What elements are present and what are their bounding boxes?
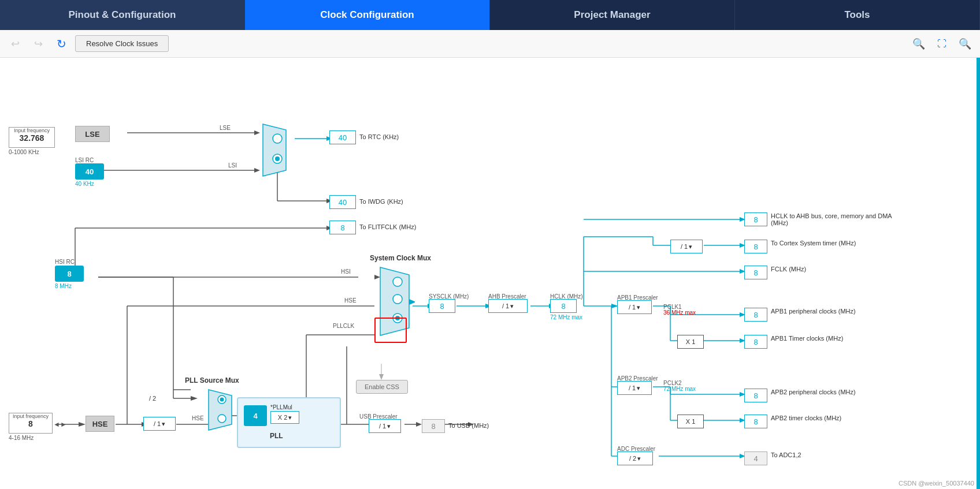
hse-range-label: 4-16 MHz xyxy=(9,435,34,441)
nav-pinout[interactable]: Pinout & Configuration xyxy=(0,0,245,30)
toolbar: ↩ ↪ ↻ Resolve Clock Issues 🔍 ⛶ 🔍 xyxy=(0,30,980,58)
hsi-unit-label: 8 MHz xyxy=(55,283,72,289)
apb1-prescaler-dropdown[interactable]: / 1 ▾ xyxy=(617,300,652,314)
svg-text:LSI: LSI xyxy=(228,162,237,169)
input-freq-hse: Input frequency 8 xyxy=(9,413,53,434)
svg-text:HSE: HSE xyxy=(192,415,204,421)
apb2-timer-x1[interactable]: X 1 xyxy=(677,415,704,428)
to-iwdg-value: 40 xyxy=(329,195,356,209)
svg-marker-88 xyxy=(379,374,384,380)
enable-css-button[interactable]: Enable CSS xyxy=(356,380,408,394)
svg-text:HSE: HSE xyxy=(344,297,357,304)
svg-marker-79 xyxy=(79,422,86,427)
svg-point-102 xyxy=(218,415,226,423)
pclk1-max-label: 36 MHz max xyxy=(663,309,696,316)
apb2-prescaler-dropdown[interactable]: / 1 ▾ xyxy=(617,381,652,395)
apb2-periph-label: APB2 peripheral clocks (MHz) xyxy=(771,389,856,395)
svg-point-90 xyxy=(273,134,282,143)
svg-point-95 xyxy=(393,294,402,304)
pll-box: 4 *PLLMul X 2 ▾ PLL xyxy=(237,397,341,448)
sysclk-value: 8 xyxy=(429,299,455,313)
lse-lsi-mux xyxy=(257,121,292,179)
hclk-value: 8 xyxy=(550,299,577,313)
apb1-timer-x1[interactable]: X 1 xyxy=(677,335,704,349)
adc-prescaler-dropdown[interactable]: / 2 ▾ xyxy=(617,451,653,465)
hsi-value-box[interactable]: 8 xyxy=(55,266,84,282)
right-accent-bar xyxy=(977,58,980,489)
cortex-value: 8 xyxy=(744,240,767,253)
fclk-label: FCLK (MHz) xyxy=(771,266,806,273)
input-freq-lse: Input frequency 32.768 xyxy=(9,127,55,148)
to-flitfclk-value: 8 xyxy=(329,221,356,234)
lse-box[interactable]: LSE xyxy=(75,126,110,142)
svg-marker-98 xyxy=(409,299,415,305)
redo-button[interactable]: ↪ xyxy=(29,35,47,53)
pll-mul-value[interactable]: 4 xyxy=(244,405,267,426)
zoom-in-button[interactable]: 🔍 xyxy=(910,35,928,53)
hse-box[interactable]: HSE xyxy=(86,416,114,432)
svg-marker-75 xyxy=(416,422,422,427)
hse-div-dropdown[interactable]: / 1 ▾ xyxy=(143,417,176,431)
apb1-periph-label: APB1 peripheral clocks (MHz) xyxy=(771,308,856,315)
main-diagram: LSE LSI HSI HSE PLLCLK xyxy=(0,58,980,489)
lsi-value-box[interactable]: 40 xyxy=(75,163,104,180)
apb1-periph-value: 8 xyxy=(744,308,767,322)
hclk-ahb-label: HCLK to AHB bus, core, memory and DMA (M… xyxy=(771,212,904,226)
pclk2-max-label: 72 MHz max xyxy=(663,386,696,392)
hsi-rc-label: HSI RC xyxy=(55,259,75,265)
adc-label: To ADC1,2 xyxy=(771,451,801,458)
svg-point-97 xyxy=(395,316,400,320)
system-clock-mux-label: System Clock Mux xyxy=(370,254,431,262)
system-clock-mux xyxy=(376,264,415,339)
adc-value: 4 xyxy=(744,451,767,465)
nav-bar: Pinout & Configuration Clock Configurati… xyxy=(0,0,980,30)
to-rtc-label: To RTC (KHz) xyxy=(359,133,399,140)
to-flitfclk-label: To FLITFCLK (MHz) xyxy=(359,223,416,230)
hclk-max-label: 72 MHz max xyxy=(550,314,582,320)
to-iwdg-label: To IWDG (KHz) xyxy=(359,198,403,205)
svg-text:PLLCLK: PLLCLK xyxy=(333,323,355,329)
pll-mul-x2-dropdown[interactable]: X 2 ▾ xyxy=(270,411,299,424)
undo-button[interactable]: ↩ xyxy=(6,35,24,53)
hse-arrows: ◄► xyxy=(53,420,67,428)
svg-point-92 xyxy=(275,156,280,161)
apb2-periph-value: 8 xyxy=(744,389,767,402)
svg-point-101 xyxy=(220,398,224,402)
apb1-timer-value: 8 xyxy=(744,335,767,349)
lsi-unit-label: 40 KHz xyxy=(75,181,94,187)
svg-text:LSE: LSE xyxy=(220,125,231,131)
pll-mul-label: *PLLMul xyxy=(270,404,292,410)
svg-marker-86 xyxy=(191,396,198,401)
usb-value: 8 xyxy=(422,419,445,433)
pll-source-mux xyxy=(206,387,235,433)
zoom-out-button[interactable]: 🔍 xyxy=(956,35,974,53)
pll-inner-label: PLL xyxy=(270,432,283,440)
cortex-label: To Cortex System timer (MHz) xyxy=(771,240,856,247)
lsi-rc-label: LSI RC xyxy=(75,157,94,163)
apb1-timer-label: APB1 Timer clocks (MHz) xyxy=(771,335,843,342)
nav-project[interactable]: Project Manager xyxy=(490,0,735,30)
apb2-timer-label: APB2 timer clocks (MHz) xyxy=(771,415,841,421)
refresh-button[interactable]: ↻ xyxy=(52,35,70,53)
apb2-timer-value: 8 xyxy=(744,415,767,428)
fit-button[interactable]: ⛶ xyxy=(933,35,951,53)
nav-clock[interactable]: Clock Configuration xyxy=(245,0,490,30)
to-rtc-value: 40 xyxy=(329,130,356,144)
ahb-prescaler-dropdown[interactable]: / 1 ▾ xyxy=(488,299,528,313)
usb-label: To USB (MHz) xyxy=(448,422,489,429)
footer-credit: CSDN @weixin_50037440 xyxy=(899,480,974,487)
resolve-clock-button[interactable]: Resolve Clock Issues xyxy=(75,35,169,52)
nav-tools[interactable]: Tools xyxy=(735,0,980,30)
svg-point-94 xyxy=(393,277,402,286)
svg-text:HSI: HSI xyxy=(341,268,351,275)
pll-source-mux-label: PLL Source Mux xyxy=(185,376,239,385)
pll-div2-label: / 2 xyxy=(149,395,156,402)
hclk-ahb-value: 8 xyxy=(744,212,767,226)
usb-prescaler-dropdown[interactable]: / 1 ▾ xyxy=(369,419,401,433)
svg-marker-89 xyxy=(263,124,286,176)
cortex-div-dropdown[interactable]: / 1 ▾ xyxy=(670,240,703,253)
fclk-value: 8 xyxy=(744,266,767,279)
lse-range-label: 0-1000 KHz xyxy=(9,149,39,155)
